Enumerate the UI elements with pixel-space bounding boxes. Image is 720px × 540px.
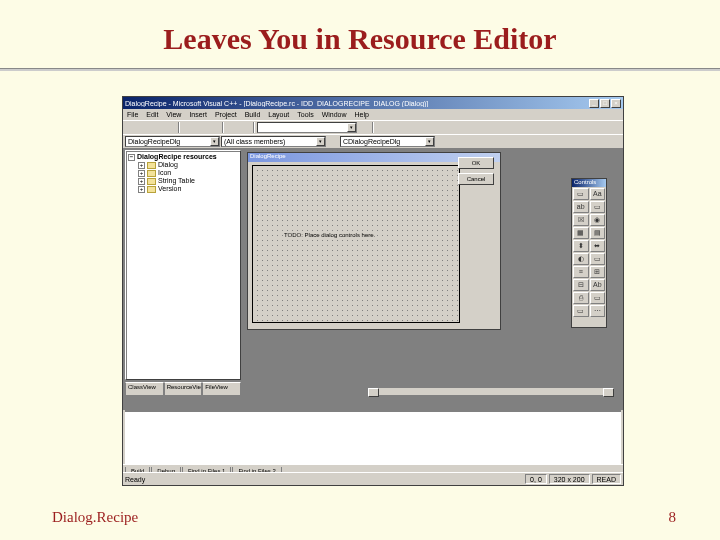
goto-icon[interactable] [436, 136, 448, 147]
menu-window[interactable]: Window [322, 111, 347, 118]
horizontal-scrollbar[interactable] [367, 387, 615, 396]
cancel-button[interactable]: Cancel [458, 173, 494, 185]
tree-root-label: DialogRecipe resources [137, 153, 217, 160]
plus-icon[interactable]: + [138, 186, 145, 193]
tool-checkbox-icon[interactable]: ☒ [573, 214, 589, 226]
save-icon[interactable] [151, 122, 163, 133]
tool-radio-icon[interactable]: ◉ [590, 214, 606, 226]
tree-label: Version [158, 185, 181, 192]
menu-build[interactable]: Build [245, 111, 261, 118]
chevron-down-icon[interactable]: ▾ [316, 137, 325, 146]
tree-label: Dialog [158, 161, 178, 168]
tool-list-icon[interactable]: ⊟ [573, 279, 589, 291]
tool-group-icon[interactable]: ▭ [590, 201, 606, 213]
menu-project[interactable]: Project [215, 111, 237, 118]
plus-icon[interactable]: + [138, 170, 145, 177]
ok-button[interactable]: OK [458, 157, 494, 169]
find-icon[interactable] [358, 122, 370, 133]
tab-fileview[interactable]: FileView [202, 382, 241, 396]
maximize-button[interactable]: □ [600, 99, 610, 108]
tree-node-stringtable[interactable]: +String Table [138, 177, 238, 185]
toolbox-title: Controls [572, 179, 606, 187]
tool-custom-icon[interactable]: ⋯ [590, 305, 606, 317]
dialog-canvas[interactable]: TODO: Place dialog controls here. [252, 165, 460, 323]
close-button[interactable]: × [611, 99, 621, 108]
statusbar: Ready 0, 0 320 x 200 READ [123, 472, 623, 485]
minimize-button[interactable]: _ [589, 99, 599, 108]
status-read: READ [592, 474, 621, 484]
save-all-icon[interactable] [164, 122, 176, 133]
chevron-down-icon[interactable]: ▾ [347, 123, 356, 132]
tree-node-version[interactable]: +Version [138, 185, 238, 193]
members-combo-value: (All class members) [224, 138, 285, 145]
tool-tab-icon[interactable]: ⎙ [573, 292, 589, 304]
class-combo-value: DialogRecipeDlg [128, 138, 180, 145]
tool-listbox-icon[interactable]: ▤ [590, 227, 606, 239]
dialog-static-text[interactable]: TODO: Place dialog controls here. [283, 232, 376, 238]
new-icon[interactable] [125, 122, 137, 133]
filter-combo[interactable]: CDialogRecipeDlg ▾ [340, 136, 435, 147]
redo-icon[interactable] [239, 122, 251, 133]
minus-icon[interactable]: − [128, 154, 135, 161]
plus-icon[interactable]: + [138, 178, 145, 185]
resource-tree[interactable]: −DialogRecipe resources +Dialog +Icon +S… [125, 150, 241, 380]
filter-combo-value: CDialogRecipeDlg [343, 138, 400, 145]
separator [372, 122, 374, 133]
toolbox-grid: ▭ Aa ab ▭ ☒ ◉ ▦ ▤ ⬍ ⬌ ◐ ▭ ≡ ⊞ ⊟ Ab ⎙ [572, 187, 606, 318]
tool-spin-icon[interactable]: ◐ [573, 253, 589, 265]
tool-hotkey-icon[interactable]: ⊞ [590, 266, 606, 278]
tool-edit-icon[interactable]: ab [573, 201, 589, 213]
menu-help[interactable]: Help [355, 111, 369, 118]
undo-icon[interactable] [226, 122, 238, 133]
open-icon[interactable] [138, 122, 150, 133]
tile-icon[interactable] [376, 122, 388, 133]
tree-label: Icon [158, 169, 171, 176]
tool-richedit-icon[interactable]: ▭ [573, 305, 589, 317]
tool-progress-icon[interactable]: ▭ [590, 253, 606, 265]
mdi-area: DialogRecipe TODO: Place dialog controls… [245, 150, 619, 398]
tool-vscroll-icon[interactable]: ⬍ [573, 240, 589, 252]
tab-resourceview[interactable]: ResourceView [164, 382, 203, 396]
tree-root[interactable]: −DialogRecipe resources [128, 153, 238, 161]
controls-toolbox[interactable]: Controls ▭ Aa ab ▭ ☒ ◉ ▦ ▤ ⬍ ⬌ ◐ ▭ ≡ ⊞ ⊟ [571, 178, 607, 328]
workspace-tabs: ClassView ResourceView FileView [125, 382, 241, 396]
plus-icon[interactable]: + [138, 162, 145, 169]
folder-icon [147, 162, 156, 169]
chevron-down-icon[interactable]: ▾ [425, 137, 434, 146]
page-number: 8 [669, 509, 677, 526]
menu-layout[interactable]: Layout [268, 111, 289, 118]
menu-view[interactable]: View [166, 111, 181, 118]
tree-node-dialog[interactable]: +Dialog [138, 161, 238, 169]
paste-icon[interactable] [208, 122, 220, 133]
wizardbar-toolbar: DialogRecipeDlg ▾ (All class members) ▾ … [123, 134, 623, 148]
member-icon[interactable] [327, 136, 339, 147]
output-pane[interactable] [125, 410, 621, 464]
separator [178, 122, 180, 133]
status-ready: Ready [125, 476, 145, 483]
tool-combo-icon[interactable]: ▦ [573, 227, 589, 239]
members-combo[interactable]: (All class members) ▾ [221, 136, 326, 147]
tool-static-icon[interactable]: Aa [590, 188, 606, 200]
menu-insert[interactable]: Insert [189, 111, 207, 118]
tool-tree-icon[interactable]: Ab [590, 279, 606, 291]
menu-file[interactable]: File [127, 111, 138, 118]
status-position: 0, 0 [525, 474, 547, 484]
tool-slider-icon[interactable]: ≡ [573, 266, 589, 278]
menu-tools[interactable]: Tools [297, 111, 313, 118]
menu-edit[interactable]: Edit [146, 111, 158, 118]
tool-animate-icon[interactable]: ▭ [590, 292, 606, 304]
tool-hscroll-icon[interactable]: ⬌ [590, 240, 606, 252]
wizard-icon[interactable] [449, 136, 461, 147]
footer-left: Dialog.Recipe [52, 509, 138, 526]
help-icon[interactable] [389, 122, 401, 133]
tree-node-icon[interactable]: +Icon [138, 169, 238, 177]
tool-pointer-icon[interactable]: ▭ [573, 188, 589, 200]
dialog-editor-window[interactable]: DialogRecipe TODO: Place dialog controls… [247, 152, 501, 330]
workspace-combo[interactable]: ▾ [257, 122, 357, 133]
chevron-down-icon[interactable]: ▾ [210, 137, 219, 146]
copy-icon[interactable] [195, 122, 207, 133]
class-combo[interactable]: DialogRecipeDlg ▾ [125, 136, 220, 147]
ide-window: DialogRecipe - Microsoft Visual C++ - [D… [122, 96, 624, 486]
tab-classview[interactable]: ClassView [125, 382, 164, 396]
cut-icon[interactable] [182, 122, 194, 133]
